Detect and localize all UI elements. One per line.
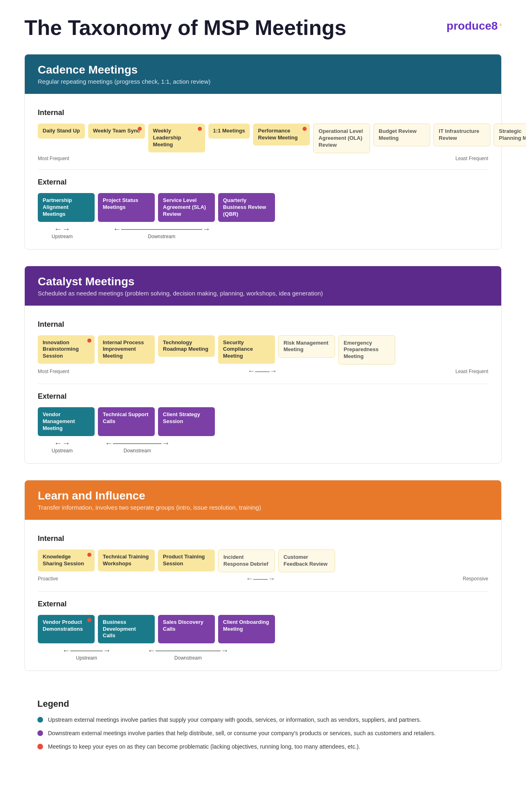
meeting-card: Emergency Preparedness Meeting bbox=[338, 335, 395, 365]
downstream-label: Downstream bbox=[148, 234, 175, 239]
catalyst-internal-meetings: Innovation Brainstorming Session Interna… bbox=[38, 335, 488, 365]
meeting-card: Product Training Session bbox=[158, 549, 215, 571]
meeting-card: Partnership Alignment Meetings bbox=[38, 193, 95, 222]
cadence-title: Cadence Meetings bbox=[38, 63, 488, 76]
legend-item-red: Meetings to keep your eyes on as they ca… bbox=[37, 743, 489, 751]
legend-item-teal: Upstream external meetings involve parti… bbox=[37, 716, 489, 724]
catalyst-title: Catalyst Meetings bbox=[38, 275, 488, 288]
downstream-label: Downstream bbox=[174, 655, 201, 661]
meeting-card: Budget Review Meeting bbox=[373, 124, 430, 146]
learn-subtitle: Transfer information, involves two seper… bbox=[38, 504, 488, 511]
red-dot-indicator bbox=[87, 339, 91, 343]
meeting-card: 1:1 Meetings bbox=[208, 124, 250, 139]
meeting-card: Vendor Management Meeting bbox=[38, 407, 95, 436]
meeting-card: Weekly Leadership Meeting bbox=[148, 124, 205, 152]
meeting-card: Technology Roadmap Meeting bbox=[158, 335, 215, 357]
meeting-card: Project Status Meetings bbox=[98, 193, 155, 222]
freq-left: Most Frequent bbox=[38, 369, 69, 374]
upstream-label: Upstream bbox=[52, 448, 73, 454]
meeting-card: Performance Review Meeting bbox=[253, 124, 310, 145]
cadence-subtitle: Regular repeating meetings (progress che… bbox=[38, 78, 488, 85]
catalyst-content: Internal Innovation Brainstorming Sessio… bbox=[25, 306, 501, 463]
cadence-content: Internal Daily Stand Up Weekly Team Sync… bbox=[25, 94, 501, 249]
legend-dot-teal bbox=[37, 717, 43, 723]
cadence-external-label: External bbox=[38, 178, 488, 187]
meeting-card: Knowledge Sharing Session bbox=[38, 549, 95, 571]
upstream-label: Upstream bbox=[76, 655, 97, 661]
legend-item-purple: Downstream external meetings involve par… bbox=[37, 729, 489, 738]
cadence-external-meetings: Partnership Alignment Meetings Project S… bbox=[38, 193, 488, 222]
catalyst-freq-labels: Most Frequent ←——→ Least Frequent bbox=[38, 367, 488, 376]
meeting-card: Technical Training Workshops bbox=[98, 549, 155, 571]
freq-right: Responsive bbox=[463, 576, 488, 582]
cadence-internal-meetings: Daily Stand Up Weekly Team Sync Weekly L… bbox=[38, 124, 488, 153]
learn-title: Learn and Influence bbox=[38, 489, 488, 502]
meeting-card: Technical Support Calls bbox=[98, 407, 155, 436]
upstream-arrow: ←————→ Upstream bbox=[38, 646, 135, 661]
logo-text: produce8 bbox=[446, 20, 498, 33]
meeting-card: Client Strategy Session bbox=[158, 407, 215, 436]
meeting-card: IT Infrastructure Review bbox=[433, 124, 490, 146]
logo-symbol: ° bbox=[499, 23, 502, 29]
red-dot-indicator bbox=[87, 553, 91, 557]
downstream-arrow: ←——————————→ Downstream bbox=[87, 224, 237, 239]
meeting-card: Incident Response Debrief bbox=[218, 549, 275, 572]
logo: produce8° bbox=[446, 20, 502, 33]
legend-section: Legend Upstream external meetings involv… bbox=[24, 687, 502, 767]
section-divider bbox=[38, 591, 488, 592]
page-title: The Taxonomy of MSP Meetings bbox=[24, 16, 346, 39]
catalyst-section: Catalyst Meetings Scheduled as needed me… bbox=[24, 266, 502, 464]
red-dot-indicator bbox=[138, 127, 142, 131]
meeting-card: Customer Feedback Review bbox=[278, 549, 335, 572]
cadence-ext-arrows: ←→ Upstream ←——————————→ Downstream bbox=[38, 224, 488, 239]
upstream-arrow: ←→ Upstream bbox=[38, 439, 87, 454]
meeting-card: Client Onboarding Meeting bbox=[218, 615, 275, 644]
catalyst-subtitle: Scheduled as needed meetings (problem so… bbox=[38, 290, 488, 297]
meeting-card: Service Level Agreement (SLA) Review bbox=[158, 193, 215, 222]
freq-left: Most Frequent bbox=[38, 156, 69, 161]
meeting-card: Internal Process Improvement Meeting bbox=[98, 335, 155, 364]
meeting-card: Operational Level Agreement (OLA) Review bbox=[313, 124, 370, 153]
meeting-card: Business Development Calls bbox=[98, 615, 155, 644]
page-header: The Taxonomy of MSP Meetings produce8° bbox=[24, 16, 502, 39]
freq-right: Least Frequent bbox=[455, 156, 488, 161]
catalyst-header: Catalyst Meetings Scheduled as needed me… bbox=[25, 266, 501, 306]
legend-dot-purple bbox=[37, 730, 43, 736]
meeting-card: Vendor Product Demonstrations bbox=[38, 615, 95, 644]
downstream-arrow: ←————————→ Downstream bbox=[135, 646, 241, 661]
catalyst-external-label: External bbox=[38, 392, 488, 401]
downstream-arrow: ←——————→ Downstream bbox=[87, 439, 188, 454]
legend-title: Legend bbox=[37, 699, 489, 709]
learn-external-label: External bbox=[38, 600, 488, 608]
cadence-internal-label: Internal bbox=[38, 109, 488, 117]
section-divider bbox=[38, 384, 488, 384]
red-dot-indicator bbox=[198, 127, 202, 131]
meeting-card: Quarterly Business Review (QBR) bbox=[218, 193, 275, 222]
learn-external-meetings: Vendor Product Demonstrations Business D… bbox=[38, 615, 488, 644]
catalyst-internal-label: Internal bbox=[38, 320, 488, 329]
learn-header: Learn and Influence Transfer information… bbox=[25, 480, 501, 520]
learn-freq-labels: Proactive ←——→ Responsive bbox=[38, 575, 488, 583]
meeting-card: Sales Discovery Calls bbox=[158, 615, 215, 644]
legend-text-purple: Downstream external meetings involve par… bbox=[48, 729, 435, 738]
catalyst-external-meetings: Vendor Management Meeting Technical Supp… bbox=[38, 407, 488, 436]
upstream-label: Upstream bbox=[52, 234, 73, 239]
upstream-arrow: ←→ Upstream bbox=[38, 224, 87, 239]
cadence-header: Cadence Meetings Regular repeating meeti… bbox=[25, 54, 501, 94]
freq-right: Least Frequent bbox=[455, 369, 488, 374]
catalyst-ext-arrows: ←→ Upstream ←——————→ Downstream bbox=[38, 439, 488, 454]
section-divider bbox=[38, 169, 488, 170]
freq-left: Proactive bbox=[38, 576, 58, 582]
learn-section: Learn and Influence Transfer information… bbox=[24, 480, 502, 671]
legend-dot-red bbox=[37, 744, 43, 749]
red-dot-indicator bbox=[303, 127, 307, 131]
learn-internal-label: Internal bbox=[38, 534, 488, 543]
meeting-card: Security Compliance Meeting bbox=[218, 335, 275, 364]
meeting-card: Weekly Team Sync bbox=[88, 124, 145, 139]
learn-ext-arrows: ←————→ Upstream ←————————→ Downstream bbox=[38, 646, 488, 661]
legend-text-teal: Upstream external meetings involve parti… bbox=[48, 716, 421, 724]
learn-internal-meetings: Knowledge Sharing Session Technical Trai… bbox=[38, 549, 488, 572]
meeting-card: Risk Management Meeting bbox=[278, 335, 335, 358]
meeting-card: Innovation Brainstorming Session bbox=[38, 335, 95, 364]
learn-content: Internal Knowledge Sharing Session Techn… bbox=[25, 520, 501, 671]
